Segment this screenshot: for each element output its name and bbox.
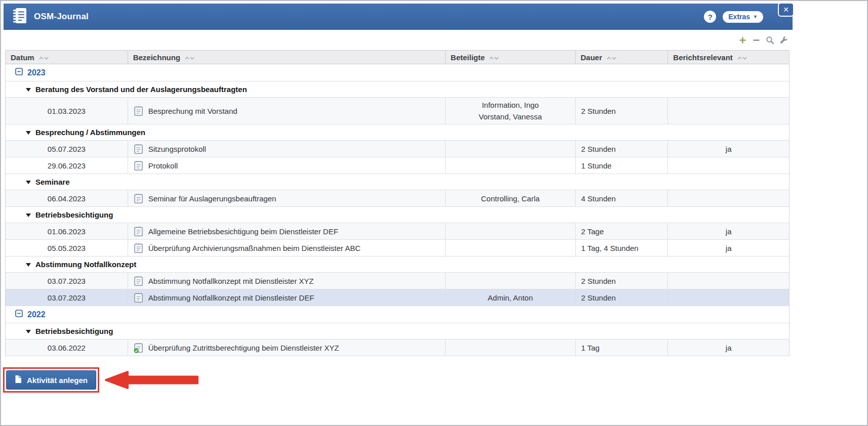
bezeichnung-text: Abstimmung Notfallkonzept mit Dienstleis…	[148, 277, 314, 285]
table-row[interactable]: 01.03.2023Besprechung mit VorstandInform…	[6, 98, 789, 124]
collapse-triangle-icon[interactable]	[26, 131, 31, 135]
subgroup-row[interactable]: Betriebsbesichtigung	[6, 323, 789, 339]
column-header-4[interactable]: Berichtsrelevant	[668, 51, 789, 64]
cell-dauer: 1 Tag	[576, 339, 668, 356]
titlebar: OSM-Journal ? Extras ▼	[4, 4, 793, 30]
sort-icon[interactable]	[489, 53, 499, 62]
table-row[interactable]: 01.06.2023Allgemeine Betriebsbesichtigun…	[6, 223, 789, 240]
titlebar-right: ? Extras ▼	[704, 11, 763, 23]
cell-beteiligte: Controlling, Carla	[446, 190, 576, 206]
cell-datum: 03.07.2023	[6, 273, 128, 289]
close-button[interactable]: ✕	[778, 3, 794, 17]
beteiligte-name: Information, Ingo	[482, 100, 539, 110]
bezeichnung-text: Seminar für Auslagerungsbeauftragen	[148, 194, 277, 203]
collapse-minus-icon[interactable]	[15, 310, 23, 319]
cell-berichtsrelevant: ja	[668, 223, 789, 239]
cell-datum: 01.06.2023	[6, 223, 128, 239]
table-row[interactable]: 06.04.2023Seminar für Auslagerungsbeauft…	[6, 190, 789, 207]
subgroup-label: Betriebsbesichtigung	[35, 210, 113, 219]
cell-beteiligte	[446, 141, 576, 157]
sort-icon[interactable]	[38, 53, 49, 62]
note-icon	[134, 160, 143, 171]
note-icon	[134, 193, 143, 204]
column-header-0[interactable]: Datum	[6, 51, 128, 64]
extras-label: Extras	[728, 13, 750, 21]
subgroup-row[interactable]: Beratung des Vorstand und der Auslagerun…	[6, 81, 789, 98]
cell-beteiligte	[446, 339, 576, 356]
app-window: OSM-Journal ? Extras ▼ ✕ DatumBezeichnun…	[0, 0, 868, 426]
collapse-triangle-icon[interactable]	[26, 330, 31, 333]
table-row[interactable]: 03.06.2022Überprüfung Zutrittsberechtigu…	[6, 339, 789, 356]
cell-beteiligte	[446, 240, 576, 256]
cell-datum: 05.05.2023	[6, 240, 128, 256]
table-row[interactable]: 29.06.2023Protokoll1 Stunde	[6, 157, 789, 174]
subgroup-row[interactable]: Besprechung / Abstimmungen	[6, 124, 789, 141]
column-header-1[interactable]: Bezeichnung	[128, 51, 446, 64]
cell-beteiligte	[446, 223, 576, 239]
subgroup-row[interactable]: Abstimmung Notfallkonzept	[6, 257, 789, 273]
collapse-minus-icon[interactable]	[15, 68, 23, 77]
bezeichnung-text: Abstimmung Notfallkonzept mit Dienstleis…	[148, 293, 314, 302]
table-row[interactable]: 03.07.2023Abstimmung Notfallkonzept mit …	[6, 289, 789, 306]
caret-down-icon: ▼	[753, 15, 758, 19]
subgroup-label: Betriebsbesichtigung	[35, 327, 113, 335]
group-row-year[interactable]: 2023	[6, 64, 789, 81]
sort-icon[interactable]	[606, 53, 617, 62]
column-header-3[interactable]: Dauer	[576, 51, 668, 64]
search-icon[interactable]	[765, 35, 774, 45]
cell-bezeichnung: Sitzungsprotokoll	[128, 141, 446, 157]
cell-bezeichnung: Abstimmung Notfallkonzept mit Dienstleis…	[128, 289, 446, 306]
column-header-2[interactable]: Beteiligte	[446, 51, 576, 64]
cell-dauer: 4 Stunden	[576, 190, 668, 206]
create-activity-button[interactable]: Aktivität anlegen	[6, 370, 96, 390]
cell-bezeichnung: Überprüfung Zutrittsberechtigung beim Di…	[128, 339, 446, 356]
group-year-label: 2023	[27, 68, 46, 77]
bezeichnung-text: Sitzungsprotokoll	[148, 145, 206, 153]
sort-icon[interactable]	[737, 53, 747, 62]
extras-button[interactable]: Extras ▼	[723, 11, 763, 23]
subgroup-row[interactable]: Seminare	[6, 174, 789, 190]
collapse-triangle-icon[interactable]	[26, 88, 31, 92]
customize-icon[interactable]	[779, 35, 788, 45]
subgroup-row[interactable]: Betriebsbesichtigung	[6, 207, 789, 223]
cell-berichtsrelevant: ja	[668, 141, 789, 157]
column-header-label: Beteiligte	[451, 53, 485, 62]
note-icon	[134, 276, 143, 286]
collapse-triangle-icon[interactable]	[26, 263, 31, 267]
cell-berichtsrelevant: ja	[668, 240, 789, 256]
cell-datum: 05.07.2023	[6, 141, 128, 157]
journal-icon	[12, 7, 27, 26]
cell-datum: 03.07.2023	[6, 289, 128, 306]
cell-berichtsrelevant	[668, 98, 789, 124]
table-row[interactable]: 05.07.2023Sitzungsprotokoll2 Stundenja	[6, 141, 789, 157]
cell-beteiligte	[446, 157, 576, 174]
cell-beteiligte: Information, IngoVorstand, Vanessa	[446, 98, 576, 124]
help-button[interactable]: ?	[704, 11, 716, 23]
bezeichnung-text: Allgemeine Betriebsbesichtigung beim Die…	[148, 227, 338, 236]
add-icon[interactable]	[738, 35, 747, 45]
footer: Aktivität anlegen	[5, 367, 864, 393]
cell-bezeichnung: Abstimmung Notfallkonzept mit Dienstleis…	[128, 273, 446, 289]
table-row[interactable]: 05.05.2023Überprüfung Archivierungsmaßna…	[6, 240, 789, 257]
cell-datum: 29.06.2023	[6, 157, 128, 174]
collapse-triangle-icon[interactable]	[26, 181, 31, 184]
note-icon	[134, 144, 143, 154]
note-icon	[134, 292, 143, 303]
cell-berichtsrelevant	[668, 289, 789, 306]
cell-dauer: 1 Tag, 4 Stunden	[576, 240, 668, 256]
bezeichnung-text: Überprüfung Archivierungsmaßnahmen beim …	[148, 244, 361, 252]
cell-datum: 03.06.2022	[6, 339, 128, 356]
cell-dauer: 2 Tage	[576, 223, 668, 239]
create-activity-label: Aktivität anlegen	[27, 376, 88, 385]
collapse-triangle-icon[interactable]	[26, 214, 31, 217]
sort-icon[interactable]	[184, 53, 195, 62]
subgroup-label: Beratung des Vorstand und der Auslagerun…	[35, 85, 247, 94]
table-row[interactable]: 03.07.2023Abstimmung Notfallkonzept mit …	[6, 273, 789, 289]
beteiligte-name: Controlling, Carla	[481, 193, 540, 204]
collapse-icon[interactable]	[752, 35, 761, 45]
note-icon	[134, 106, 143, 116]
beteiligte-name: Admin, Anton	[488, 292, 533, 303]
group-row-year[interactable]: 2022	[6, 306, 789, 323]
column-header-label: Dauer	[581, 53, 603, 62]
subgroup-label: Seminare	[35, 178, 70, 186]
